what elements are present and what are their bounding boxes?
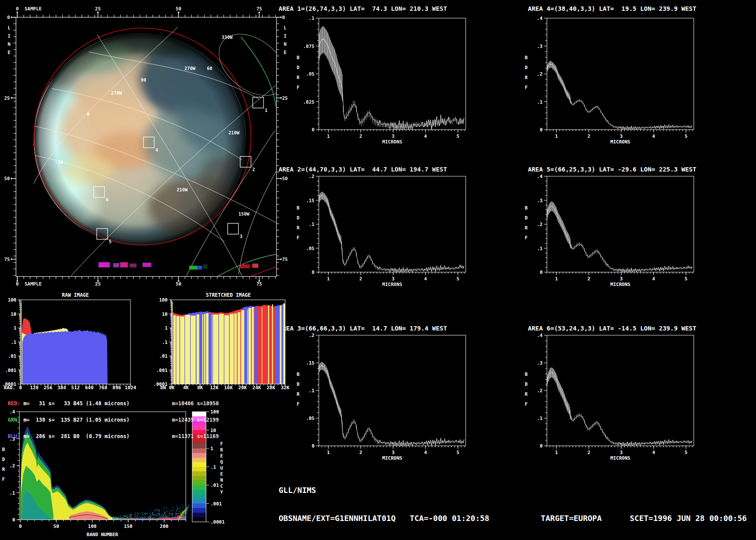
- svg-text:N: N: [284, 41, 287, 47]
- svg-text:1: 1: [265, 108, 267, 113]
- svg-text:150W: 150W: [238, 211, 250, 216]
- svg-text:D: D: [525, 381, 528, 387]
- svg-text:.1: .1: [537, 416, 543, 421]
- svg-text:.2: .2: [537, 222, 543, 227]
- area6-spectrum-plot: .4.3.2.1012345MICRONSBDRFAREA 6=(53,24,3…: [525, 325, 697, 461]
- svg-text:C: C: [220, 483, 223, 489]
- svg-text:E: E: [220, 471, 223, 476]
- svg-text:-30: -30: [55, 159, 63, 165]
- svg-text:MICRONS: MICRONS: [382, 455, 402, 461]
- scene-canvas: 330W270W6090270W0210W-30210W150W12345600…: [0, 0, 756, 540]
- svg-text:1: 1: [13, 325, 16, 331]
- svg-text:3: 3: [392, 276, 395, 282]
- svg-text:100: 100: [8, 297, 16, 303]
- svg-text:0: 0: [540, 127, 543, 133]
- svg-text:.1: .1: [162, 340, 168, 345]
- svg-text:4: 4: [652, 450, 655, 455]
- svg-text:B: B: [525, 55, 528, 60]
- svg-text:.075: .075: [303, 44, 315, 49]
- svg-text:SAMPLE: SAMPLE: [25, 6, 42, 12]
- svg-text:0: 0: [7, 15, 10, 20]
- svg-text:AREA 2=(44,70,3,3) LAT= 44.7: AREA 2=(44,70,3,3) LAT= 44.7 LON= 194.7 …: [279, 166, 447, 173]
- svg-text:L: L: [284, 25, 287, 31]
- svg-text:4: 4: [424, 276, 427, 282]
- svg-text:25: 25: [95, 6, 101, 12]
- svg-text:B: B: [297, 55, 300, 60]
- svg-text:5: 5: [685, 450, 688, 455]
- svg-text:E: E: [284, 50, 287, 55]
- svg-text:MICRONS: MICRONS: [382, 282, 402, 287]
- svg-text:2: 2: [588, 133, 591, 139]
- svg-text:.001: .001: [210, 501, 222, 507]
- svg-text:R: R: [220, 447, 223, 452]
- stretched-image-histogram: 100101.1.01.001.0001STRETCHED IMAGEDN0K4…: [153, 292, 289, 391]
- svg-text:75: 75: [256, 6, 262, 12]
- svg-text:5: 5: [457, 450, 460, 455]
- svg-text:0: 0: [540, 270, 543, 275]
- svg-text:SAMPLE: SAMPLE: [25, 281, 42, 287]
- area-box-1: 1: [253, 97, 267, 113]
- svg-text:F: F: [220, 441, 223, 446]
- svg-text:0: 0: [12, 517, 15, 523]
- svg-text:E: E: [220, 453, 223, 458]
- svg-text:.4: .4: [537, 16, 543, 21]
- svg-text:.1: .1: [210, 464, 216, 470]
- svg-text:D: D: [525, 215, 528, 221]
- svg-text:50: 50: [4, 176, 10, 181]
- svg-text:210W: 210W: [229, 130, 240, 135]
- svg-text:.1: .1: [309, 222, 315, 227]
- svg-text:R: R: [2, 467, 5, 472]
- svg-text:F: F: [297, 401, 300, 407]
- blue-channel-label: BLU:: [8, 433, 20, 439]
- raw-histogram-channel-stats: RED: m= 31 s= 33 B45 (1.48 microns) GRN:…: [8, 390, 130, 451]
- svg-text:F: F: [525, 85, 528, 90]
- svg-text:4: 4: [652, 133, 655, 139]
- svg-text:50: 50: [282, 176, 288, 181]
- raw-image-histogram: 100101.1.01.001.0001RAW IMAGERAD.0128256…: [2, 292, 137, 391]
- svg-text:.001: .001: [156, 368, 168, 373]
- svg-text:1: 1: [555, 276, 558, 282]
- svg-text:AREA 6=(53,24,3,3) LAT= -14.5: AREA 6=(53,24,3,3) LAT= -14.5 LON= 239.9…: [528, 325, 696, 332]
- svg-text:32K: 32K: [281, 385, 289, 391]
- image-artifact-strips: [98, 262, 258, 270]
- svg-text:3: 3: [240, 234, 242, 239]
- svg-text:F: F: [297, 235, 300, 241]
- svg-text:5: 5: [685, 133, 688, 139]
- svg-text:N: N: [8, 41, 11, 47]
- area5-spectrum-plot: .4.3.2.1012345MICRONSBDRFAREA 5=(66,25,3…: [525, 166, 697, 287]
- svg-text:.3: .3: [537, 360, 543, 366]
- svg-text:D: D: [297, 65, 300, 70]
- svg-text:270W: 270W: [111, 90, 122, 95]
- svg-text:210W: 210W: [177, 187, 188, 192]
- svg-text:.01: .01: [210, 483, 219, 488]
- svg-text:.1: .1: [309, 16, 315, 21]
- svg-text:.2: .2: [309, 174, 314, 179]
- svg-text:50: 50: [176, 6, 181, 12]
- svg-text:AREA 5=(66,25,3,3) LAT= -29.6: AREA 5=(66,25,3,3) LAT= -29.6 LON= 225.3…: [528, 166, 696, 173]
- svg-text:R: R: [297, 75, 300, 80]
- svg-text:.05: .05: [306, 246, 314, 251]
- stretched-stat-line: m=12435 s=12199: [172, 417, 219, 423]
- svg-text:1: 1: [327, 450, 330, 455]
- svg-text:3: 3: [392, 133, 395, 139]
- svg-text:60: 60: [207, 66, 213, 71]
- svg-text:75: 75: [4, 257, 10, 262]
- svg-text:20K: 20K: [238, 385, 247, 391]
- svg-text:AREA 4=(38,40,3,3) LAT= 19.5: AREA 4=(38,40,3,3) LAT= 19.5 LON= 239.9 …: [528, 5, 696, 12]
- svg-text:0: 0: [311, 270, 314, 275]
- svg-text:R: R: [525, 75, 528, 80]
- area3-spectrum-plot: .2.15.1.05012345MICRONSBDRFAREA 3=(66,66…: [279, 325, 466, 461]
- svg-text:E: E: [8, 50, 11, 55]
- area-box-3: 3: [228, 223, 242, 239]
- svg-text:.1: .1: [10, 490, 16, 496]
- observation-metadata-block: GLL/NIMS OBSNAME/EXT=G1ENNHILAT01Q TCA=-…: [279, 467, 747, 540]
- svg-text:.4: .4: [537, 333, 543, 338]
- svg-text:R: R: [525, 391, 528, 397]
- svg-text:330W: 330W: [222, 35, 233, 40]
- svg-text:100: 100: [88, 524, 97, 529]
- svg-text:50: 50: [54, 524, 59, 529]
- svg-text:10: 10: [11, 311, 16, 317]
- stretched-stat-line: m=11371 s=11169: [172, 434, 219, 439]
- svg-text:1: 1: [327, 276, 330, 282]
- svg-text:90: 90: [141, 77, 146, 83]
